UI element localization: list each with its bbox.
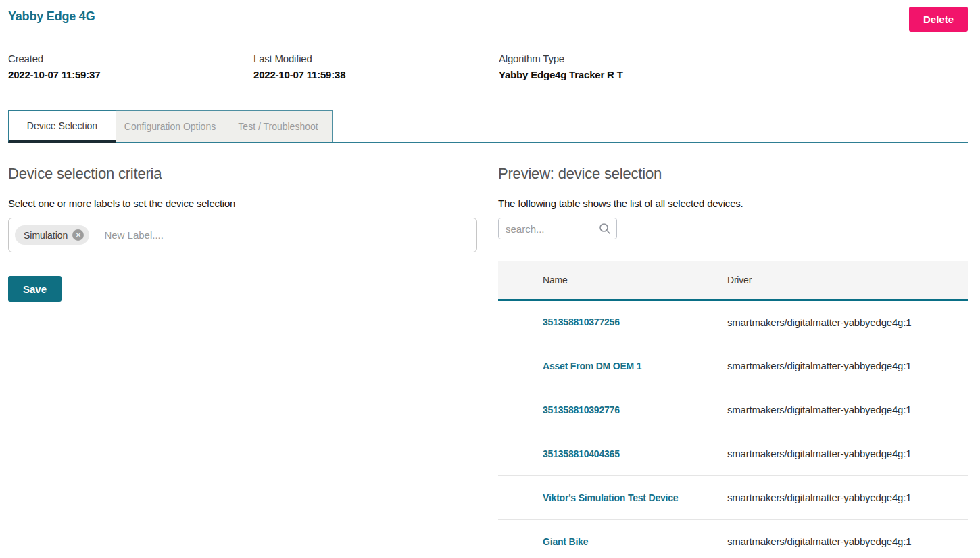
row-spacer-cell: [498, 432, 543, 475]
device-name-cell: 351358810404365: [543, 432, 727, 475]
table-row: Viktor's Simulation Test Device smartmak…: [498, 475, 968, 519]
remove-label-icon[interactable]: ✕: [72, 229, 84, 241]
device-name-link[interactable]: 351358810377256: [543, 317, 620, 327]
meta-created: Created 2022-10-07 11:59:37: [8, 53, 253, 80]
device-preview-table: Name Driver 351358810377256 smartmakers/…: [498, 261, 968, 558]
device-driver-cell: smartmakers/digitalmatter-yabbyedge4g:1: [727, 475, 968, 519]
preview-description: The following table shows the list of al…: [498, 197, 968, 209]
page-header: Yabby Edge 4G Delete: [8, 0, 968, 32]
device-driver-cell: smartmakers/digitalmatter-yabbyedge4g:1: [727, 300, 968, 344]
modified-label: Last Modified: [253, 53, 499, 64]
algorithm-type-value: Yabby Edge4g Tracker R T: [499, 69, 744, 80]
table-row: 351358810404365 smartmakers/digitalmatte…: [498, 432, 968, 475]
label-select-input[interactable]: Simulation ✕: [8, 218, 477, 252]
device-name-link[interactable]: Viktor's Simulation Test Device: [543, 492, 678, 503]
created-label: Created: [8, 53, 253, 64]
table-row: 351358810392776 smartmakers/digitalmatte…: [498, 388, 968, 432]
device-name-cell: Asset From DM OEM 1: [543, 344, 727, 388]
device-search-box: [498, 218, 617, 239]
tab-test-troubleshoot[interactable]: Test / Troubleshoot: [224, 110, 333, 142]
device-name-link[interactable]: 351358810392776: [543, 404, 620, 415]
criteria-heading: Device selection criteria: [8, 165, 477, 183]
modified-value: 2022-10-07 11:59:38: [253, 69, 499, 80]
algorithm-type-label: Algorithm Type: [499, 53, 744, 64]
preview-panel: Preview: device selection The following …: [498, 143, 968, 558]
device-driver-cell: smartmakers/digitalmatter-yabbyedge4g:1: [727, 344, 968, 388]
row-spacer-cell: [498, 344, 543, 388]
device-name-cell: 351358810392776: [543, 388, 727, 432]
table-row: Asset From DM OEM 1 smartmakers/digitalm…: [498, 344, 968, 388]
label-chip-text: Simulation: [24, 230, 68, 241]
device-selection-criteria-panel: Device selection criteria Select one or …: [8, 143, 477, 558]
meta-row: Created 2022-10-07 11:59:37 Last Modifie…: [8, 53, 968, 80]
device-name-cell: Giant Bike: [543, 519, 727, 558]
row-spacer-cell: [498, 475, 543, 519]
page-container: Yabby Edge 4G Delete Created 2022-10-07 …: [0, 0, 980, 558]
row-spacer-cell: [498, 300, 543, 344]
device-driver-cell: smartmakers/digitalmatter-yabbyedge4g:1: [727, 388, 968, 432]
meta-algorithm: Algorithm Type Yabby Edge4g Tracker R T: [499, 53, 744, 80]
criteria-instruction: Select one or more labels to set the dev…: [8, 197, 477, 209]
row-spacer-cell: [498, 388, 543, 432]
tab-device-selection[interactable]: Device Selection: [8, 110, 116, 143]
page-title: Yabby Edge 4G: [8, 7, 95, 24]
device-name-link[interactable]: Giant Bike: [543, 536, 588, 547]
search-input[interactable]: [506, 223, 599, 235]
created-value: 2022-10-07 11:59:37: [8, 69, 253, 80]
table-header-spacer: [498, 261, 543, 300]
preview-heading: Preview: device selection: [498, 165, 968, 183]
save-button[interactable]: Save: [8, 276, 62, 302]
device-name-cell: Viktor's Simulation Test Device: [543, 475, 727, 519]
delete-button[interactable]: Delete: [909, 7, 968, 32]
device-driver-cell: smartmakers/digitalmatter-yabbyedge4g:1: [727, 519, 968, 558]
content-area: Device selection criteria Select one or …: [8, 143, 968, 558]
table-header-name: Name: [543, 261, 727, 300]
search-icon: [599, 223, 611, 235]
tab-bar: Device Selection Configuration Options T…: [8, 110, 968, 143]
label-chip-simulation: Simulation ✕: [15, 225, 89, 245]
meta-modified: Last Modified 2022-10-07 11:59:38: [253, 53, 499, 80]
tab-configuration-options[interactable]: Configuration Options: [116, 110, 224, 142]
row-spacer-cell: [498, 519, 543, 558]
device-driver-cell: smartmakers/digitalmatter-yabbyedge4g:1: [727, 432, 968, 475]
device-name-link[interactable]: 351358810404365: [543, 448, 620, 459]
table-header-row: Name Driver: [498, 261, 968, 300]
device-name-link[interactable]: Asset From DM OEM 1: [543, 361, 641, 371]
table-row: 351358810377256 smartmakers/digitalmatte…: [498, 300, 968, 344]
device-name-cell: 351358810377256: [543, 300, 727, 344]
new-label-input[interactable]: [104, 229, 470, 241]
table-row: Giant Bike smartmakers/digitalmatter-yab…: [498, 519, 968, 558]
table-header-driver: Driver: [727, 261, 968, 300]
